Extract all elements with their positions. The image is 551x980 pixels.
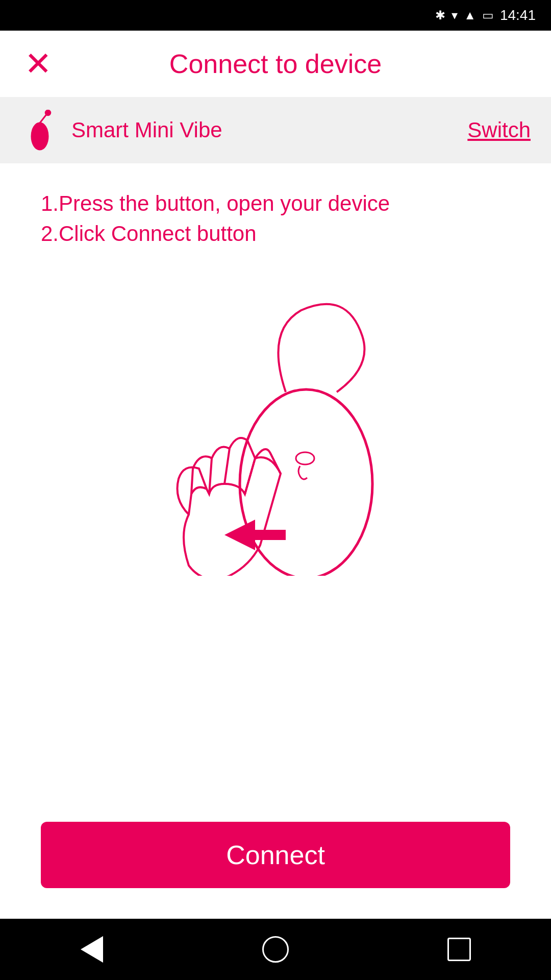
svg-point-6 bbox=[296, 452, 314, 464]
svg-marker-5 bbox=[224, 520, 286, 550]
instruction-line-2: 2.Click Connect button bbox=[41, 219, 390, 249]
bluetooth-icon: ✱ bbox=[435, 8, 445, 22]
main-content: 1.Press the button, open your device 2.C… bbox=[0, 163, 551, 801]
status-time: 14:41 bbox=[500, 7, 536, 23]
instruction-line-1: 1.Press the button, open your device bbox=[41, 189, 390, 219]
page-title: Connect to device bbox=[56, 48, 495, 79]
connect-area: Connect bbox=[0, 801, 551, 919]
battery-icon: ▭ bbox=[482, 8, 494, 22]
status-bar: ✱ ▾ ▲ ▭ 14:41 bbox=[0, 0, 551, 31]
recents-button[interactable] bbox=[439, 929, 480, 970]
svg-point-2 bbox=[45, 110, 51, 115]
svg-point-3 bbox=[32, 123, 48, 150]
header: ✕ Connect to device bbox=[0, 31, 551, 97]
device-icon bbox=[20, 110, 61, 151]
instructions: 1.Press the button, open your device 2.C… bbox=[41, 189, 390, 249]
switch-button[interactable]: Switch bbox=[467, 118, 531, 142]
connect-button[interactable]: Connect bbox=[41, 822, 510, 888]
recents-icon bbox=[447, 938, 471, 961]
wifi-icon: ▾ bbox=[452, 8, 458, 22]
device-bar: Smart Mini Vibe Switch bbox=[0, 97, 551, 163]
signal-icon: ▲ bbox=[464, 8, 476, 22]
close-button[interactable]: ✕ bbox=[20, 46, 56, 82]
home-icon bbox=[262, 936, 289, 963]
home-button[interactable] bbox=[255, 929, 296, 970]
back-button[interactable] bbox=[71, 929, 112, 970]
device-illustration bbox=[122, 270, 429, 576]
back-icon bbox=[81, 936, 103, 963]
device-name: Smart Mini Vibe bbox=[71, 118, 467, 142]
close-icon: ✕ bbox=[24, 47, 52, 80]
nav-bar bbox=[0, 919, 551, 980]
status-icons: ✱ ▾ ▲ ▭ 14:41 bbox=[435, 7, 536, 23]
